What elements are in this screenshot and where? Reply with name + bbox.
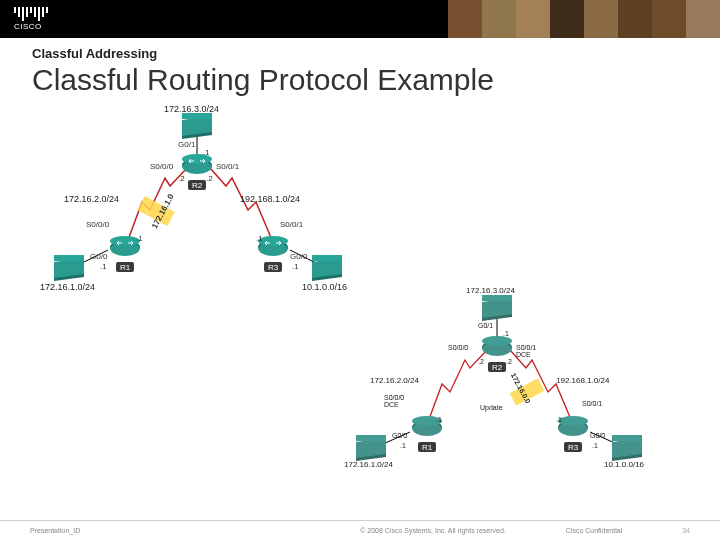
switch-r1-left-a: [54, 260, 84, 276]
page-number: 34: [682, 527, 690, 534]
iface-label: G0/1: [178, 140, 195, 149]
ip-label: .1: [136, 234, 143, 243]
ip-label: .1: [292, 262, 299, 271]
net-label: 172.16.2.0/24: [64, 194, 119, 204]
header-bar: CISCO: [0, 0, 720, 38]
ip-label: .2: [478, 358, 484, 365]
router-r1-b: R1: [412, 420, 442, 454]
router-icon: [558, 420, 588, 436]
iface-label: S0/0/1: [280, 220, 303, 229]
router-label: R3: [264, 262, 282, 272]
ip-label: .1: [436, 416, 442, 423]
switch-r3-right-b: [612, 440, 642, 456]
switch-icon: [482, 298, 512, 318]
iface-label: S0/0/0: [86, 220, 109, 229]
net-label: 10.1.0.0/16: [302, 282, 347, 292]
iface-label: S0/0/1: [582, 400, 602, 407]
cisco-bars-icon: [14, 7, 48, 21]
switch-r2-top-b: [482, 300, 512, 316]
router-label: R1: [116, 262, 134, 272]
iface-label: S0/0/0: [150, 162, 173, 171]
header-photo-mosaic: [448, 0, 720, 38]
router-icon: [482, 340, 512, 356]
switch-r2-top-a: [182, 118, 212, 134]
router-r2-b: R2: [482, 340, 512, 374]
cisco-logo: CISCO: [14, 7, 48, 32]
iface-label: G0/0: [90, 252, 107, 261]
switch-icon: [612, 438, 642, 458]
iface-label: S0/0/0 DCE: [384, 394, 404, 408]
ip-label: .1: [256, 234, 263, 243]
net-label: 172.16.3.0/24: [466, 286, 515, 295]
update-word-b: Update: [480, 404, 503, 411]
iface-label: G0/1: [478, 322, 493, 329]
switch-icon: [54, 258, 84, 278]
net-label: 172.16.3.0/24: [164, 104, 219, 114]
iface-label: G0/0: [392, 432, 407, 439]
router-r3-b: R3: [558, 420, 588, 454]
router-r1-a: R1: [110, 240, 140, 274]
footer: Presentation_ID © 2008 Cisco Systems, In…: [0, 520, 720, 534]
ip-label: .1: [556, 416, 562, 423]
switch-r1-left-b: [356, 440, 386, 456]
net-label: 192.168.1.0/24: [556, 376, 609, 385]
ip-label: .1: [503, 330, 509, 337]
ip-label: .1: [100, 262, 107, 271]
copyright: © 2008 Cisco Systems, Inc. All rights re…: [360, 527, 506, 534]
ip-label: .2: [206, 174, 213, 183]
router-icon: [182, 158, 212, 174]
iface-label: S0/0/1 DCE: [516, 344, 536, 358]
switch-icon: [356, 438, 386, 458]
cisco-wordmark: CISCO: [14, 23, 48, 32]
net-label: 172.16.2.0/24: [370, 376, 419, 385]
iface-label: G0/0: [590, 432, 605, 439]
net-label: 10.1.0.0/16: [604, 460, 644, 469]
slide-title: Classful Routing Protocol Example: [32, 63, 720, 96]
ip-label: .1: [400, 442, 406, 449]
iface-label: S0/0/0: [448, 344, 468, 351]
iface-label: S0/0/1: [216, 162, 239, 171]
ip-label: .1: [203, 148, 210, 157]
confidential: Cisco Confidential: [566, 527, 622, 534]
net-label: 172.16.1.0/24: [344, 460, 393, 469]
router-label: R2: [488, 362, 506, 372]
switch-icon: [182, 116, 212, 136]
diagram-area: R2 R1 R3 172.16.3.0/24 172.16.2.0/24 192…: [0, 100, 720, 510]
presentation-id: Presentation_ID: [30, 527, 80, 534]
slide-kicker: Classful Addressing: [32, 46, 720, 61]
router-label: R3: [564, 442, 582, 452]
ip-label: .2: [178, 174, 185, 183]
net-label: 172.16.1.0/24: [40, 282, 95, 292]
iface-label: G0/0: [290, 252, 307, 261]
ip-label: .1: [592, 442, 598, 449]
router-label: R1: [418, 442, 436, 452]
router-r3-a: R3: [258, 240, 288, 274]
router-label: R2: [188, 180, 206, 190]
switch-r3-right-a: [312, 260, 342, 276]
net-label: 192.168.1.0/24: [240, 194, 300, 204]
switch-icon: [312, 258, 342, 278]
ip-label: .2: [506, 358, 512, 365]
